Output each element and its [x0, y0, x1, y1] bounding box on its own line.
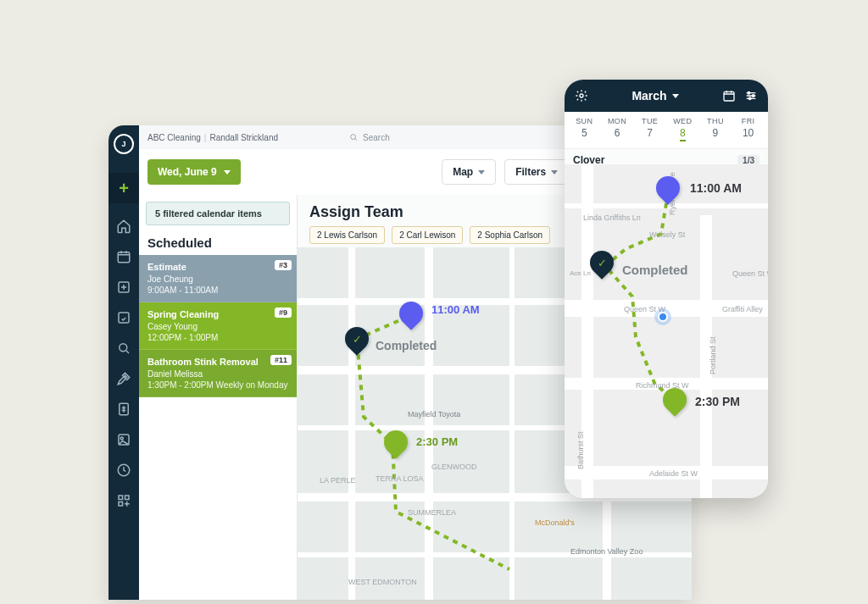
requests-icon[interactable]: [116, 310, 131, 325]
schedule-card[interactable]: #9 Spring Cleaning Casey Young 12:00PM -…: [139, 302, 297, 350]
svg-rect-0: [118, 252, 130, 263]
svg-point-15: [752, 95, 754, 97]
map-area-label: WEST EDMONTON: [348, 578, 417, 586]
map-area-label: TERRA LOSA: [376, 474, 424, 483]
month-selector[interactable]: March: [632, 89, 678, 103]
user-name[interactable]: Randall Strickland: [209, 133, 278, 142]
job-title: Bathroom Stink Removal: [147, 357, 288, 367]
chevron-down-icon: [672, 94, 679, 98]
job-title: Estimate: [147, 262, 288, 272]
job-time: 9:00AM - 11:00AM: [147, 285, 288, 295]
day-col[interactable]: SUN5: [571, 117, 597, 141]
street-label: Linda Griffiths Ln: [583, 213, 641, 222]
schedule-card[interactable]: #3 Estimate Joe Cheung 9:00AM - 11:00AM: [139, 255, 297, 302]
schedule-card[interactable]: #11 Bathroom Stink Removal Daniel Meliss…: [139, 350, 297, 397]
filters-btn-label: Filters: [515, 166, 546, 178]
clients-icon[interactable]: [116, 280, 131, 295]
home-icon[interactable]: [116, 219, 131, 234]
street-label: Ace Ln: [570, 269, 591, 277]
chevron-down-icon: [478, 170, 485, 175]
svg-point-14: [748, 91, 750, 94]
svg-point-3: [120, 344, 127, 352]
job-time: 12:00PM - 1:00PM: [147, 333, 288, 342]
breadcrumb-separator: |: [204, 133, 207, 142]
svg-point-11: [351, 135, 356, 140]
job-badge: #11: [270, 355, 292, 365]
current-location-dot: [658, 312, 668, 322]
map-pin-time: 2:30 PM: [695, 395, 740, 408]
map-btn-label: Map: [453, 166, 473, 178]
map-poi-label: Edmonton Valley Zoo: [570, 547, 643, 556]
global-search[interactable]: Search: [349, 133, 390, 142]
svg-rect-9: [125, 496, 130, 500]
sidebar: J +: [108, 125, 139, 600]
day-col[interactable]: THU9: [703, 117, 728, 141]
svg-point-6: [120, 437, 123, 440]
street-label: Queen St W: [732, 269, 768, 278]
job-client: Joe Cheung: [147, 274, 288, 284]
map-poi-label: Mayfield Toyota: [408, 410, 460, 418]
day-col[interactable]: FRI10: [736, 117, 761, 141]
team-chip[interactable]: 2 Carl Lewison: [392, 226, 463, 244]
filter-count-banner[interactable]: 5 filtered calendar items: [146, 202, 290, 225]
svg-rect-13: [724, 91, 734, 101]
map-pin-time: 11:00 AM: [431, 303, 480, 316]
svg-point-16: [748, 97, 751, 100]
svg-rect-10: [119, 502, 123, 507]
sliders-icon[interactable]: [744, 89, 758, 103]
svg-rect-2: [119, 313, 129, 323]
month-label: March: [632, 89, 666, 103]
street-label: Richmond St W: [636, 381, 689, 390]
filters-button[interactable]: Filters: [504, 159, 569, 185]
map-poi-label: McDonald's: [535, 518, 575, 527]
mobile-app-window: March SUN5 MON6 TUE7 WED8 THU9 FRI10 Clo…: [565, 80, 768, 498]
apps-icon[interactable]: [116, 493, 131, 508]
marketing-icon[interactable]: [116, 432, 131, 447]
map-area-label: GLENWOOD: [431, 463, 477, 471]
day-col[interactable]: TUE7: [637, 117, 663, 141]
calendar-icon[interactable]: [116, 249, 131, 264]
date-label: Wed, June 9: [158, 166, 217, 178]
brand-logo[interactable]: J: [114, 134, 134, 154]
search-icon: [349, 133, 358, 141]
map-area-label: LA PERLE: [320, 476, 356, 485]
team-chip[interactable]: 2 Lewis Carlson: [309, 226, 385, 244]
schedule-panel: 5 filtered calendar items Scheduled #3 E…: [139, 195, 298, 600]
calendar-icon[interactable]: [722, 89, 736, 103]
chevron-down-icon: [224, 170, 231, 175]
job-client: Casey Young: [147, 322, 288, 331]
svg-point-12: [580, 94, 583, 97]
street-label: Graffiti Alley: [722, 305, 763, 313]
job-client: Daniel Melissa: [147, 369, 288, 379]
gear-icon[interactable]: [575, 89, 588, 103]
job-badge: #9: [275, 308, 292, 318]
timesheets-icon[interactable]: [116, 463, 131, 478]
jobs-icon[interactable]: [116, 371, 131, 386]
map-pin-completed-label: Completed: [622, 263, 688, 277]
mobile-map[interactable]: Linda Griffiths Ln Ryerson Ave Wolsely S…: [565, 164, 768, 498]
job-time: 1:30PM - 2:00PM Weekly on Monday: [147, 380, 288, 390]
company-name[interactable]: ABC Cleaning: [147, 133, 201, 142]
map-view-button[interactable]: Map: [442, 159, 496, 185]
scheduled-header: Scheduled: [139, 232, 297, 255]
map-pin-completed-label: Completed: [376, 339, 437, 352]
create-button[interactable]: +: [108, 173, 139, 203]
job-badge: #3: [275, 260, 292, 270]
job-title: Spring Cleaning: [147, 309, 288, 319]
day-col[interactable]: MON6: [604, 117, 630, 141]
map-pin-time: 11:00 AM: [690, 181, 742, 195]
week-strip[interactable]: SUN5 MON6 TUE7 WED8 THU9 FRI10: [565, 112, 768, 149]
date-picker-button[interactable]: Wed, June 9: [147, 159, 241, 185]
mobile-header: March: [565, 80, 768, 112]
chevron-down-icon: [551, 170, 558, 175]
quotes-icon[interactable]: [116, 341, 131, 356]
invoices-icon[interactable]: [116, 402, 131, 417]
search-placeholder: Search: [363, 133, 390, 142]
street-label: Portland St: [709, 336, 717, 374]
svg-rect-8: [119, 496, 123, 500]
team-chip[interactable]: 2 Sophia Carlson: [470, 226, 550, 244]
map-pin-time: 2:30 PM: [416, 435, 458, 448]
map-area-label: SUMMERLEA: [408, 508, 456, 517]
day-col-active[interactable]: WED8: [670, 117, 695, 141]
street-label: Bathurst St: [576, 431, 585, 469]
